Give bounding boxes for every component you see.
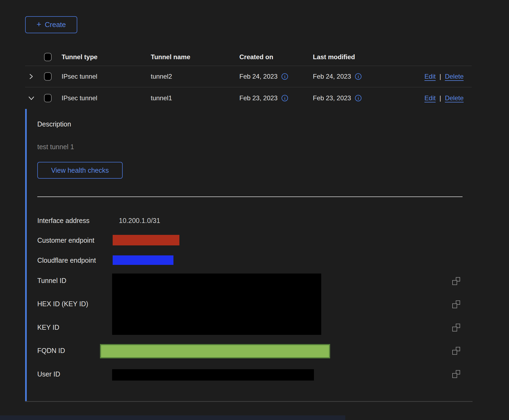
info-icon[interactable]: i (282, 95, 288, 101)
edit-link[interactable]: Edit (424, 94, 436, 102)
table-row: IPsec tunnel tunnel1 Feb 23, 2023 i Feb … (25, 87, 472, 109)
delete-link[interactable]: Delete (445, 94, 464, 102)
last-modified-cell: Feb 24, 2023 i (313, 73, 361, 80)
create-button-label: Create (45, 21, 66, 29)
user-id-redacted-value (112, 369, 314, 381)
tunnel-type-value: IPsec tunnel (62, 73, 97, 80)
table-row: IPsec tunnel tunnel2 Feb 24, 2023 i Feb … (25, 66, 472, 87)
header-tunnel-type: Tunnel type (62, 53, 98, 61)
row-actions: Edit | Delete (424, 73, 464, 80)
info-icon[interactable]: i (355, 95, 361, 101)
key-id-label: KEY ID (37, 324, 59, 331)
description-value: test tunnel 1 (37, 143, 74, 151)
header-tunnel-name: Tunnel name (151, 53, 190, 61)
hex-id-label: HEX ID (KEY ID) (37, 300, 88, 308)
copy-icon-front (452, 327, 457, 332)
description-label: Description (37, 120, 71, 128)
header-created-on: Created on (239, 53, 273, 61)
interface-address-value: 10.200.1.0/31 (119, 217, 160, 225)
plus-icon: + (36, 20, 41, 28)
tunnel-name-value: tunnel2 (151, 73, 172, 80)
tunnel-name-value: tunnel1 (151, 94, 172, 102)
last-modified-cell: Feb 23, 2023 i (313, 94, 361, 102)
row-checkbox[interactable] (44, 94, 52, 102)
collapse-chevron-down-icon[interactable] (28, 95, 38, 102)
actions-separator: | (439, 94, 441, 102)
info-icon[interactable]: i (355, 73, 361, 80)
created-on-value: Feb 23, 2023 (239, 94, 277, 102)
tunnel-id-label: Tunnel ID (37, 277, 66, 285)
copy-icon[interactable] (452, 324, 460, 332)
actions-separator: | (439, 73, 441, 80)
fqdn-id-redacted-value (100, 344, 330, 358)
copy-icon-front (452, 373, 457, 378)
bottom-edge-strip (0, 415, 345, 420)
created-on-cell: Feb 23, 2023 i (239, 94, 288, 102)
fqdn-id-label: FQDN ID (37, 347, 65, 355)
cloudflare-endpoint-redacted-value (113, 255, 173, 265)
tunnel-detail-panel: Description test tunnel 1 View health ch… (25, 109, 473, 401)
created-on-cell: Feb 24, 2023 i (239, 73, 288, 80)
expand-chevron-right-icon[interactable] (28, 73, 38, 80)
table-header-row: Tunnel type Tunnel name Created on Last … (25, 48, 472, 66)
created-on-value: Feb 24, 2023 (239, 73, 277, 80)
tunnel-table: Tunnel type Tunnel name Created on Last … (25, 48, 472, 109)
select-all-checkbox[interactable] (44, 53, 52, 61)
row-actions: Edit | Delete (424, 94, 464, 102)
copy-icon[interactable] (452, 370, 460, 378)
copy-icon[interactable] (452, 277, 460, 285)
tunnel-type-value: IPsec tunnel (62, 94, 97, 102)
delete-link[interactable]: Delete (445, 73, 464, 80)
last-modified-value: Feb 23, 2023 (313, 94, 351, 102)
copy-icon-front (452, 350, 457, 355)
view-health-checks-button[interactable]: View health checks (37, 162, 123, 179)
cloudflare-endpoint-label: Cloudflare endpoint (37, 256, 96, 264)
table-bottom-border (25, 401, 473, 402)
last-modified-value: Feb 24, 2023 (313, 73, 351, 80)
edit-link[interactable]: Edit (424, 73, 436, 80)
customer-endpoint-label: Customer endpoint (37, 236, 94, 244)
customer-endpoint-redacted-value (113, 235, 179, 245)
ids-redacted-value (112, 274, 321, 335)
row-checkbox[interactable] (44, 72, 52, 81)
section-divider (37, 196, 463, 197)
copy-icon[interactable] (452, 301, 460, 308)
info-icon[interactable]: i (282, 73, 288, 80)
copy-icon-front (452, 280, 457, 285)
create-button[interactable]: + Create (25, 16, 77, 33)
user-id-label: User ID (37, 370, 60, 378)
copy-icon-front (452, 304, 457, 308)
header-last-modified: Last modified (313, 53, 355, 61)
copy-icon[interactable] (452, 347, 460, 355)
interface-address-label: Interface address (37, 217, 89, 225)
